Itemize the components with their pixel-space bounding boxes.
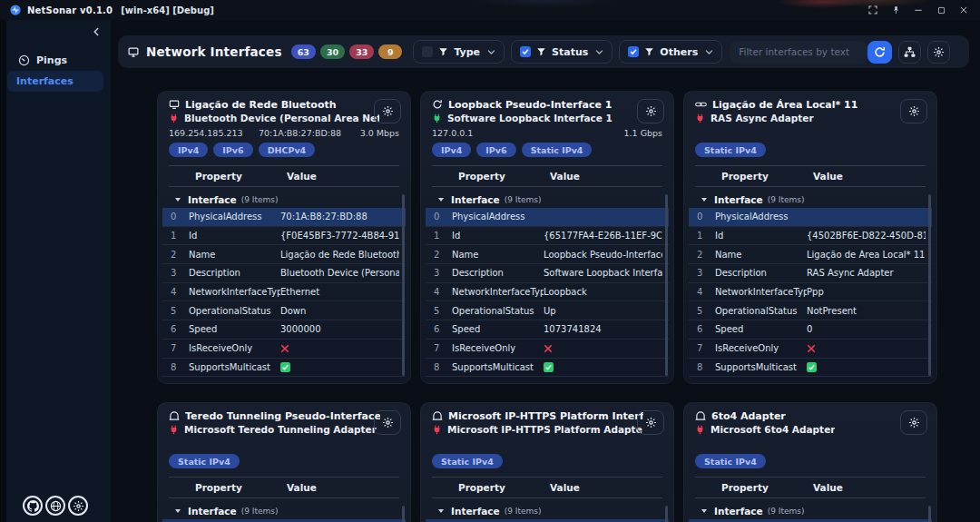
property-row[interactable]: 8SupportsMulticast	[162, 359, 406, 378]
github-icon[interactable]	[23, 496, 43, 516]
property-row[interactable]: 5OperationalStatusNotPresent	[689, 301, 932, 320]
property-row[interactable]: 2NameLigação de Rede Bluetooth	[162, 245, 406, 264]
filter-type-dropdown[interactable]: Type	[413, 40, 505, 64]
property-row[interactable]: 0PhysicalAddress	[689, 208, 932, 227]
sidebar-item-pings[interactable]: Pings	[7, 50, 103, 71]
interface-group-header[interactable]: Interface (9 Items)	[426, 192, 669, 206]
horizontal-scrollbar[interactable]	[707, 383, 914, 384]
property-row[interactable]: 3DescriptionSoftware Loopback Interface …	[426, 264, 669, 283]
card-settings-button[interactable]	[637, 99, 664, 123]
property-name: NetworkInterfaceType	[452, 287, 544, 297]
settings-button[interactable]	[927, 41, 950, 64]
close-icon[interactable]	[958, 5, 969, 15]
collapse-caret-icon	[175, 198, 181, 202]
row-index: 4	[432, 287, 452, 297]
card-settings-button[interactable]	[374, 410, 401, 435]
vertical-scrollbar[interactable]	[402, 506, 405, 522]
interface-group-header[interactable]: Interface (9 Items)	[426, 504, 669, 517]
checked-icon	[807, 362, 817, 372]
property-value: {65177FA4-E26B-11EF-9C10-806E6F6E	[544, 231, 662, 241]
mac-address: 70:1A:B8:27:BD:88	[255, 128, 345, 138]
horizontal-scrollbar[interactable]	[181, 383, 387, 384]
vertical-scrollbar[interactable]	[928, 194, 931, 376]
filter-label: Type	[454, 46, 480, 58]
property-row[interactable]: 4NetworkInterfaceTypeLoopback	[426, 283, 669, 302]
property-value: {F0E45BF3-7772-4B84-917D-7FD01C9	[280, 231, 399, 241]
vertical-scrollbar[interactable]	[665, 194, 668, 376]
property-name: OperationalStatus	[189, 306, 280, 316]
property-name: PhysicalAddress	[715, 212, 807, 222]
others-filter-checkbox[interactable]	[628, 46, 639, 57]
property-row[interactable]: 4NetworkInterfaceTypeEthernet	[162, 283, 406, 302]
search-input[interactable]	[730, 41, 867, 64]
card-settings-button[interactable]	[374, 99, 401, 123]
sidebar-collapse-button[interactable]	[90, 25, 103, 38]
property-row[interactable]: 5OperationalStatusUp	[426, 301, 669, 320]
property-row[interactable]: 1Id{65177FA4-E26B-11EF-9C10-806E6F6E	[426, 227, 669, 246]
interface-card: 6to4 Adapter Microsoft 6to4 Adapter Stat…	[683, 402, 937, 522]
filter-others-dropdown[interactable]: Others	[619, 40, 722, 64]
property-row[interactable]: 7IsReceiveOnly	[162, 340, 406, 359]
vertical-scrollbar[interactable]	[665, 506, 668, 522]
group-label: Interface	[714, 194, 763, 205]
app-title-suffix: [win-x64] [Debug]	[121, 5, 214, 15]
property-row[interactable]: 1Id{F0E45BF3-7772-4B84-917D-7FD01C9	[162, 227, 406, 246]
property-row[interactable]: 4NetworkInterfaceTypePpp	[689, 283, 932, 302]
value-column-header: Value	[287, 482, 399, 493]
property-row[interactable]: 8SupportsMulticast	[689, 359, 932, 378]
cross-icon	[807, 344, 816, 353]
globe-icon[interactable]	[45, 496, 65, 516]
property-row[interactable]: 6Speed3000000	[162, 320, 406, 340]
interface-group-header[interactable]: Interface (9 Items)	[689, 192, 932, 206]
property-row[interactable]: 0PhysicalAddress70:1A:B8:27:BD:88	[162, 208, 406, 227]
interface-group-header[interactable]: Interface (9 Items)	[162, 192, 406, 206]
maximize-icon[interactable]	[936, 5, 946, 15]
property-value: Ethernet	[280, 287, 399, 297]
vertical-scrollbar[interactable]	[928, 506, 931, 522]
property-row[interactable]: 6Speed0	[689, 320, 932, 340]
property-row[interactable]: 3DescriptionRAS Async Adapter	[689, 264, 932, 283]
card-settings-button[interactable]	[637, 410, 664, 435]
row-index: 2	[432, 250, 452, 260]
property-name: NetworkInterfaceType	[189, 287, 280, 297]
filter-status-dropdown[interactable]: Status	[511, 40, 612, 64]
topology-button[interactable]	[898, 41, 921, 64]
connection-status-icon	[169, 425, 179, 435]
sidebar-item-interfaces[interactable]: Interfaces	[7, 71, 103, 92]
protocol-badges: Static IPv4	[432, 454, 662, 468]
interface-counts: 63 30 33 9	[291, 44, 403, 59]
property-row[interactable]: 3DescriptionBluetooth Device (Personal A…	[162, 264, 406, 283]
row-index: 6	[695, 324, 715, 334]
main-area: Network Interfaces 63 30 33 9 Type Statu…	[111, 20, 980, 522]
property-row[interactable]: 0PhysicalAddress	[426, 208, 669, 227]
interface-group-header[interactable]: Interface (9 Items)	[162, 504, 406, 517]
interface-group-header[interactable]: Interface (9 Items)	[689, 504, 932, 517]
row-index: 2	[169, 250, 189, 260]
property-name: OperationalStatus	[452, 306, 544, 316]
property-row[interactable]: 7IsReceiveOnly	[689, 340, 932, 359]
property-row[interactable]: 8SupportsMulticast	[426, 359, 669, 378]
horizontal-scrollbar[interactable]	[444, 383, 651, 384]
settings-gear-icon[interactable]	[68, 496, 88, 516]
adapter-description: Bluetooth Device (Personal Area Network)	[184, 113, 379, 123]
ping-gauge-icon	[18, 54, 30, 66]
property-row[interactable]: 1Id{4502BF6E-D822-450D-8185-D23353	[689, 227, 932, 246]
property-row[interactable]: 6Speed1073741824	[426, 320, 669, 340]
netsonar-window: NetSonar v0.1.0 [win-x64] [Debug] Pings …	[0, 0, 980, 522]
status-filter-checkbox[interactable]	[520, 46, 531, 57]
refresh-button[interactable]	[867, 41, 892, 64]
interface-name: Microsoft IP-HTTPS Platform Interface	[448, 410, 643, 422]
chevron-down-icon	[487, 49, 495, 55]
property-row[interactable]: 2NameLigação de Área Local* 11	[689, 245, 932, 264]
card-settings-button[interactable]	[900, 99, 927, 123]
vertical-scrollbar[interactable]	[402, 194, 405, 376]
minimize-icon[interactable]	[913, 5, 924, 15]
pin-icon[interactable]	[890, 5, 901, 15]
property-row[interactable]: 2NameLoopback Pseudo-Interface 1	[426, 245, 669, 264]
type-filter-checkbox[interactable]	[422, 46, 433, 57]
value-column-header: Value	[550, 171, 662, 182]
card-settings-button[interactable]	[900, 410, 927, 435]
property-row[interactable]: 5OperationalStatusDown	[162, 301, 406, 320]
fullscreen-icon[interactable]	[867, 5, 878, 15]
property-row[interactable]: 7IsReceiveOnly	[426, 340, 669, 359]
